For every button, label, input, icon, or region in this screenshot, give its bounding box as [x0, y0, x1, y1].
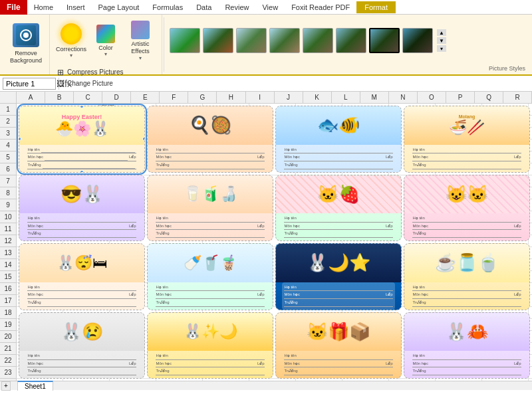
- column-headers: A B C D E F G H I J K L M N O P Q R: [0, 92, 532, 104]
- row-12: 12: [0, 235, 16, 247]
- card-6-image: 🥛🧃🍶: [148, 175, 273, 214]
- row-9: 9: [0, 199, 16, 211]
- row-24: 24: [0, 379, 16, 381]
- style-thumb-6[interactable]: [336, 28, 366, 53]
- ribbon: Remove Background Corrections ▾ Color ▾: [0, 15, 532, 76]
- formula-icon[interactable]: fx: [62, 78, 74, 89]
- card-2-image: 🍳🥘: [148, 106, 273, 145]
- style-thumb-5[interactable]: [303, 28, 333, 53]
- insert-menu[interactable]: Insert: [60, 1, 92, 13]
- style-thumb-3[interactable]: [236, 28, 267, 53]
- card-5[interactable]: 😎🐰 Họ tên Môn họcLớp Trường: [19, 175, 145, 242]
- col-h: H: [217, 92, 245, 103]
- col-n: N: [389, 92, 418, 103]
- col-k: K: [303, 92, 332, 103]
- col-j: J: [275, 92, 303, 103]
- style-thumb-8[interactable]: [402, 28, 433, 53]
- row-headers: 1 2 3 4 5 6 7 8 9 10 11 12 13 14 15 16 1…: [0, 104, 17, 381]
- review-menu[interactable]: Review: [218, 1, 255, 13]
- style-thumb-4[interactable]: [269, 28, 300, 53]
- card-16[interactable]: 🐰🦀 Họ tên Môn họcLớp Trường: [404, 312, 530, 379]
- formula-divider: [59, 78, 59, 90]
- name-box-input[interactable]: [6, 80, 53, 88]
- style-thumb-1[interactable]: [170, 28, 200, 53]
- card-8-lines: Họ tên Môn họcLớp Trường: [410, 213, 523, 241]
- col-d: D: [102, 92, 131, 103]
- spreadsheet: A B C D E F G H I J K L M N O P Q R 1 2 …: [0, 92, 532, 381]
- card-7-image: 🐱🍓: [276, 175, 401, 214]
- data-menu[interactable]: Data: [190, 1, 218, 13]
- card-1-lines: Họ tên Môn họcLớp Trường: [25, 145, 138, 172]
- formulas-menu[interactable]: Formulas: [146, 1, 190, 13]
- menu-bar: File Home Insert Page Layout Formulas Da…: [0, 0, 532, 15]
- card-9-lines: Họ tên Môn họcLớp Trường: [25, 282, 138, 310]
- card-14[interactable]: 🐰✨🌙 Họ tên Môn họcLớp Trường: [147, 312, 273, 379]
- home-menu[interactable]: Home: [27, 1, 60, 13]
- card-12[interactable]: ☕🫙🍵 Họ tên Môn họcLớp Trường: [404, 243, 530, 310]
- file-menu[interactable]: File: [0, 0, 27, 15]
- styles-scroll-up[interactable]: ▲: [437, 29, 446, 36]
- card-2[interactable]: 🍳🥘 Họ tên Môn họcLớp Trường: [147, 106, 273, 173]
- col-g: G: [188, 92, 217, 103]
- row-11: 11: [0, 223, 16, 235]
- page-layout-menu[interactable]: Page Layout: [92, 1, 146, 13]
- sheet1-tab[interactable]: Sheet1: [17, 381, 53, 391]
- format-menu[interactable]: Format: [356, 1, 396, 13]
- row-19: 19: [0, 319, 16, 331]
- view-menu[interactable]: View: [255, 1, 285, 13]
- card-15[interactable]: 🐱🎁📦 Họ tên Môn họcLớp Trường: [275, 312, 402, 379]
- card-15-image: 🐱🎁📦: [276, 313, 401, 351]
- remove-background-button[interactable]: Remove Background: [7, 20, 45, 68]
- artistic-effects-button[interactable]: Artistic Effects ▾: [123, 17, 158, 64]
- card-16-lines: Họ tên Môn họcLớp Trường: [410, 351, 523, 378]
- row-14: 14: [0, 259, 16, 271]
- artistic-effects-label: Artistic Effects: [126, 41, 154, 55]
- name-box: [3, 78, 56, 90]
- card-6[interactable]: 🥛🧃🍶 Họ tên Môn họcLớp Trường: [147, 175, 273, 242]
- card-10[interactable]: 🍼🥤🧋 Họ tên Môn họcLớp Trường: [147, 243, 273, 310]
- row-4: 4: [0, 140, 16, 151]
- corrections-icon: [61, 23, 82, 45]
- sheet-tabs: + Sheet1: [1, 381, 53, 391]
- col-b: B: [45, 92, 74, 103]
- card-9[interactable]: 🐰😴🛏 Họ tên Môn họcLớp Trường: [19, 243, 145, 310]
- corner-cell: [0, 92, 17, 103]
- row-3: 3: [0, 128, 16, 140]
- card-10-lines: Họ tên Môn họcLớp Trường: [154, 282, 266, 310]
- grid-wrapper: 1 2 3 4 5 6 7 8 9 10 11 12 13 14 15 16 1…: [0, 104, 532, 381]
- row-16: 16: [0, 283, 16, 295]
- col-p: P: [446, 92, 475, 103]
- card-13[interactable]: 🐰😢 Họ tên Môn họcLớp Trường: [19, 312, 145, 379]
- card-3[interactable]: 🐟🐠 Họ tên Môn họcLớp Trường: [275, 106, 402, 173]
- card-13-image: 🐰😢: [19, 313, 144, 351]
- foxit-menu[interactable]: Foxit Reader PDF: [285, 1, 356, 13]
- handle-tr[interactable]: [142, 106, 145, 108]
- color-button[interactable]: Color ▾: [92, 21, 119, 60]
- picture-styles-content: ▲ ▼ ▾: [170, 17, 525, 64]
- card-13-lines: Họ tên Môn họcLớp Trường: [25, 351, 138, 378]
- card-3-image: 🐟🐠: [276, 106, 401, 145]
- card-5-lines: Họ tên Môn họcLớp Trường: [25, 213, 138, 241]
- col-q: Q: [475, 92, 503, 103]
- handle-bl[interactable]: [19, 170, 21, 173]
- style-thumb-2[interactable]: [203, 28, 233, 53]
- card-1[interactable]: Happy Easter! 🐣🌸🐰 Họ tên Môn họcLớp Trườ…: [19, 106, 145, 173]
- row-20: 20: [0, 331, 16, 343]
- row-6: 6: [0, 163, 16, 175]
- handle-mr[interactable]: [142, 137, 145, 141]
- new-sheet-button[interactable]: +: [1, 381, 11, 391]
- sheet-tab-bar: + Sheet1: [0, 381, 532, 390]
- card-7[interactable]: 🐱🍓 Họ tên Môn họcLớp Trường: [275, 175, 402, 242]
- styles-scroll-down[interactable]: ▼: [437, 37, 446, 44]
- card-4[interactable]: Molang 🍜🥢 Họ tên Môn họcLớp Trường: [404, 106, 530, 173]
- styles-dropdown[interactable]: ▾: [437, 45, 446, 52]
- card-11[interactable]: 🐰🌙⭐ Họ tên Môn họcLớp Trường: [275, 243, 402, 310]
- card-8[interactable]: 😺🐱 Họ tên Môn họcLớp Trường: [404, 175, 530, 242]
- row-2: 2: [0, 116, 16, 128]
- compress-pictures-button[interactable]: ⊞ Compress Pictures: [54, 67, 125, 78]
- style-thumb-7[interactable]: [369, 28, 400, 53]
- card-4-image: Molang 🍜🥢: [404, 106, 529, 145]
- handle-bm[interactable]: [80, 170, 84, 173]
- handle-br[interactable]: [142, 170, 145, 173]
- corrections-button[interactable]: Corrections ▾: [54, 20, 88, 62]
